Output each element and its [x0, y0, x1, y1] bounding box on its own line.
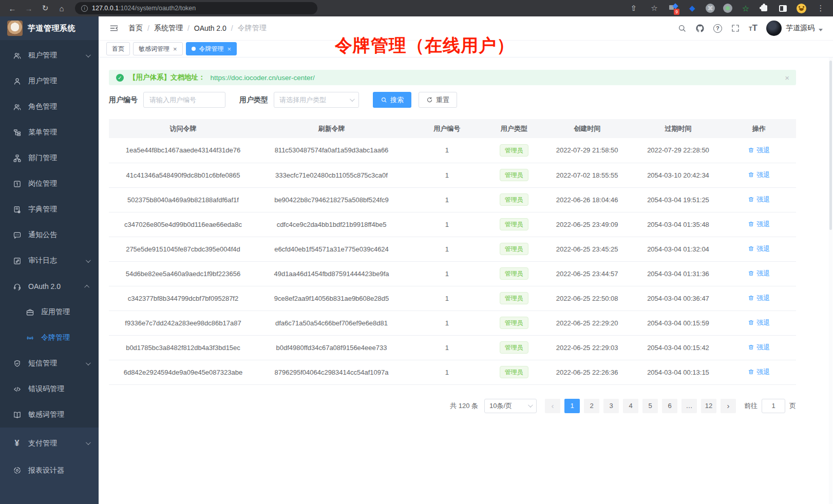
- user-type-cell: 管理员: [488, 335, 540, 360]
- force-logout-button[interactable]: 强退: [748, 367, 770, 377]
- close-icon[interactable]: ×: [173, 46, 177, 52]
- reload-icon[interactable]: ↻: [39, 2, 51, 14]
- force-logout-button[interactable]: 强退: [748, 318, 770, 327]
- sidebar-item-sensitive-word[interactable]: 敏感词管理: [0, 402, 99, 428]
- share-icon[interactable]: ⇧: [628, 2, 640, 14]
- scrollbar-thumb[interactable]: [829, 61, 832, 230]
- extensions-puzzle-icon[interactable]: [759, 3, 769, 13]
- bookmark-star-icon[interactable]: ☆: [648, 2, 660, 14]
- page-number[interactable]: 5: [642, 399, 658, 413]
- extension-record-icon[interactable]: [723, 4, 732, 13]
- browser-profile-avatar[interactable]: [796, 3, 806, 13]
- sidebar-item-pay[interactable]: ¥ 支付管理: [0, 430, 99, 457]
- extension-command-icon[interactable]: ⌘: [706, 4, 715, 13]
- sidebar-item-tenant[interactable]: 租户管理: [0, 43, 99, 68]
- address-bar[interactable]: i 127.0.0.1:1024/system/oauth2/token: [75, 2, 317, 14]
- sidebar-item-oauth2[interactable]: OAuth 2.0: [0, 274, 99, 299]
- page-number[interactable]: 2: [584, 399, 599, 413]
- expire-time-cell: 2054-03-10 20:42:34: [635, 163, 722, 187]
- close-icon[interactable]: ×: [228, 46, 232, 52]
- reset-button[interactable]: 重置: [419, 92, 457, 108]
- home-icon[interactable]: ⌂: [55, 2, 68, 14]
- robot-icon: [12, 282, 22, 291]
- alert-close-icon[interactable]: ×: [785, 73, 789, 82]
- search-icon[interactable]: [677, 24, 687, 33]
- tab-token-management[interactable]: 令牌管理×: [186, 42, 237, 55]
- refresh-token-cell: be90422b8c7946218275a508bf524fc9: [257, 187, 406, 212]
- extension-gem-icon[interactable]: ◆: [687, 3, 697, 13]
- breadcrumb-system[interactable]: 系统管理: [154, 24, 183, 33]
- extension-star-icon[interactable]: ☆: [741, 3, 751, 13]
- forward-icon[interactable]: →: [23, 2, 35, 14]
- user-type-cell: 管理员: [488, 261, 540, 286]
- app-logo[interactable]: 芋道管理系统: [0, 16, 99, 40]
- page-number[interactable]: 12: [701, 399, 716, 413]
- page-number[interactable]: 3: [603, 399, 619, 413]
- user-type-badge: 管理员: [500, 341, 528, 354]
- page-size-select[interactable]: 10条/页: [484, 399, 537, 413]
- page-ellipsis[interactable]: …: [681, 399, 697, 413]
- user-menu[interactable]: 芋道源码: [766, 21, 823, 36]
- sidebar-item-post[interactable]: 岗位管理: [0, 171, 99, 197]
- force-logout-button[interactable]: 强退: [748, 170, 770, 180]
- sidebar-item-oauth2-token[interactable]: 令牌管理: [0, 325, 99, 351]
- force-logout-button[interactable]: 强退: [748, 269, 770, 278]
- breadcrumb-oauth2[interactable]: OAuth 2.0: [194, 24, 226, 32]
- user-id-cell: 1: [406, 187, 488, 212]
- sidebar-item-dept[interactable]: 部门管理: [0, 145, 99, 171]
- sidebar-item-sms[interactable]: 短信管理: [0, 351, 99, 376]
- collapse-sidebar-icon[interactable]: [109, 23, 119, 33]
- force-logout-button[interactable]: 强退: [748, 244, 770, 254]
- prev-page-button[interactable]: ‹: [545, 399, 560, 413]
- sidebar-item-error-code[interactable]: 错误码管理: [0, 376, 99, 402]
- doc-link[interactable]: https://doc.iocoder.cn/user-center/: [211, 74, 315, 82]
- sidebar-item-audit-log[interactable]: 审计日志: [0, 248, 99, 274]
- sidebar-item-dict[interactable]: 字典管理: [0, 197, 99, 222]
- user-id-input[interactable]: [143, 92, 225, 108]
- breadcrumb-home[interactable]: 首页: [128, 24, 143, 33]
- trash-icon: [748, 344, 754, 351]
- page-info-icon[interactable]: i: [81, 5, 88, 12]
- github-icon[interactable]: [695, 24, 705, 33]
- side-panel-icon[interactable]: [778, 3, 788, 13]
- access-token-cell: 275e5de9151045fe87cbdc395e004f4d: [109, 237, 257, 261]
- force-logout-button[interactable]: 强退: [748, 195, 770, 204]
- signal-icon: [25, 334, 34, 342]
- force-logout-button[interactable]: 强退: [748, 146, 770, 155]
- sidebar-item-report-designer[interactable]: 报表设计器: [0, 457, 99, 484]
- next-page-button[interactable]: ›: [721, 399, 736, 413]
- back-icon[interactable]: ←: [6, 2, 18, 14]
- goto-page-input[interactable]: [762, 399, 785, 413]
- extension-badge: 9: [674, 9, 679, 15]
- force-logout-button[interactable]: 强退: [748, 343, 770, 352]
- sidebar-item-menu[interactable]: 菜单管理: [0, 120, 99, 145]
- force-logout-button[interactable]: 强退: [748, 220, 770, 229]
- sidebar-item-role[interactable]: 角色管理: [0, 94, 99, 120]
- badge-icon: [12, 180, 22, 188]
- extension-translate-icon[interactable]: 9: [669, 3, 679, 13]
- table-row: f9336e7c7dd242a283ee98dc86b17a87 dfa6c71…: [109, 311, 796, 335]
- search-button[interactable]: 搜索: [373, 92, 411, 108]
- browser-menu-icon[interactable]: ⋮: [815, 2, 827, 14]
- page-number[interactable]: 1: [564, 399, 580, 413]
- comment-icon: [12, 231, 22, 240]
- col-expire-time: 过期时间: [635, 119, 722, 138]
- tab-sensitive-word[interactable]: 敏感词管理×: [133, 42, 183, 55]
- fullscreen-icon[interactable]: [731, 24, 740, 33]
- sidebar-item-notice[interactable]: 通知公告: [0, 222, 99, 248]
- force-logout-button[interactable]: 强退: [748, 294, 770, 303]
- sidebar-item-oauth2-app[interactable]: 应用管理: [0, 299, 99, 325]
- user-id-cell: 1: [406, 311, 488, 335]
- font-size-icon[interactable]: TT: [749, 23, 758, 33]
- page-number[interactable]: 4: [623, 399, 638, 413]
- user-type-cell: 管理员: [488, 138, 540, 163]
- help-icon[interactable]: ?: [713, 24, 722, 33]
- table-row: b0d1785bc3a8482f812db4a3f3bd15ec b0df498…: [109, 335, 796, 360]
- chevron-down-icon: [528, 402, 533, 408]
- tab-home[interactable]: 首页: [106, 42, 130, 55]
- page-number[interactable]: 6: [662, 399, 677, 413]
- scrollbar[interactable]: [829, 57, 832, 504]
- sidebar-item-user[interactable]: 用户管理: [0, 68, 99, 94]
- user-type-select[interactable]: 请选择用户类型: [274, 92, 359, 108]
- sidebar-menu: 租户管理 用户管理 角色管理 菜单管理 部门管理 岗位管理 字典管理 通知公告 …: [0, 40, 99, 428]
